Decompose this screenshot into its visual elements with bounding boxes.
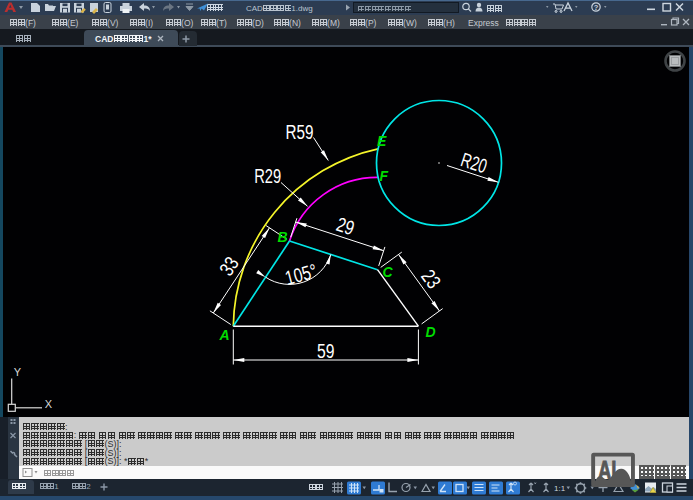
svg-text:AI: AI [598,455,617,485]
svg-text:?: ? [594,3,599,12]
